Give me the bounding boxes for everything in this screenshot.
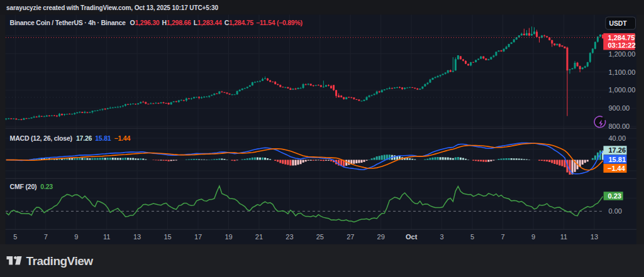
- svg-text:−1.44: −1.44: [608, 165, 626, 172]
- svg-text:15: 15: [164, 233, 171, 241]
- svg-text:5: 5: [13, 233, 17, 241]
- svg-text:29: 29: [377, 233, 385, 241]
- svg-text:5: 5: [470, 233, 474, 241]
- svg-text:13: 13: [591, 233, 598, 241]
- svg-text:Oct: Oct: [406, 233, 418, 241]
- svg-text:03:12:22: 03:12:22: [608, 41, 636, 49]
- svg-text:7: 7: [44, 233, 48, 241]
- svg-text:3: 3: [440, 233, 444, 241]
- svg-text:800.00: 800.00: [609, 122, 630, 130]
- svg-text:0.23: 0.23: [608, 192, 621, 200]
- svg-text:25: 25: [316, 233, 324, 241]
- svg-text:CMF (20)0.23: CMF (20)0.23: [10, 183, 53, 190]
- svg-text:27: 27: [347, 233, 354, 241]
- svg-text:17: 17: [194, 233, 202, 241]
- svg-text:19: 19: [225, 233, 232, 241]
- svg-text:17.26: 17.26: [609, 146, 626, 154]
- svg-text:9: 9: [74, 233, 78, 241]
- svg-text:1,200.00: 1,200.00: [609, 50, 636, 58]
- svg-text:11: 11: [560, 233, 567, 241]
- svg-text:900.00: 900.00: [609, 104, 630, 112]
- svg-text:9: 9: [531, 233, 535, 241]
- svg-text:23: 23: [286, 233, 293, 241]
- svg-text:1,284.75: 1,284.75: [608, 34, 635, 41]
- svg-text:15.81: 15.81: [609, 156, 626, 163]
- svg-text:USDT: USDT: [609, 19, 628, 27]
- svg-text:0.00: 0.00: [609, 207, 622, 215]
- svg-text:1,100.00: 1,100.00: [609, 68, 636, 76]
- svg-text:sarayucyzie created with Tradi: sarayucyzie created with TradingView.com…: [6, 4, 218, 11]
- svg-text:Binance Coin / TetherUS · 4h ·: Binance Coin / TetherUS · 4h · BinanceO1…: [10, 19, 303, 26]
- svg-text:40.00: 40.00: [609, 134, 626, 142]
- svg-text:TradingView: TradingView: [26, 254, 94, 268]
- svg-text:11: 11: [103, 233, 110, 241]
- svg-text:21: 21: [255, 233, 263, 241]
- svg-text:7: 7: [501, 233, 504, 241]
- svg-text:13: 13: [133, 233, 141, 241]
- svg-text:1,000.00: 1,000.00: [609, 86, 636, 94]
